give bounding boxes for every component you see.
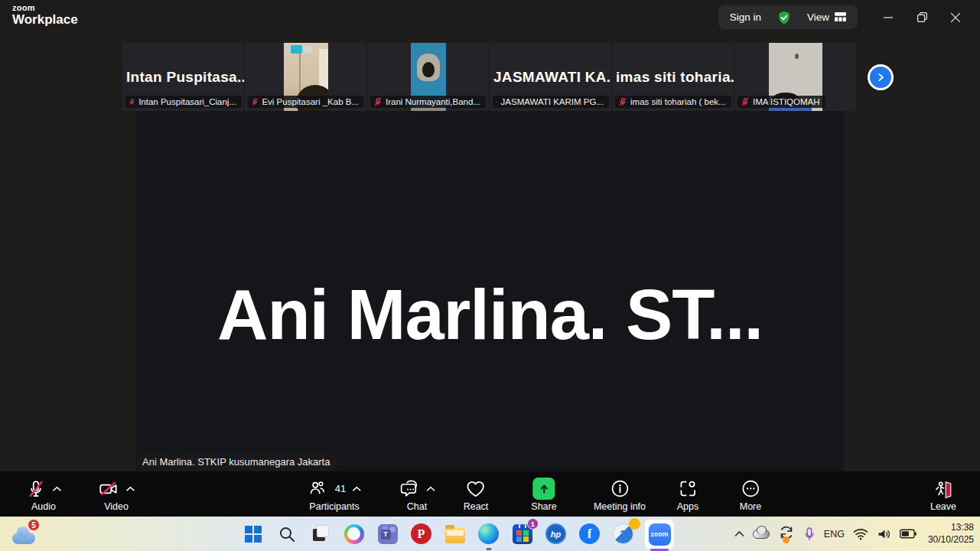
apps-label: Apps (677, 501, 699, 512)
leave-label: Leave (930, 501, 956, 512)
date: 30/10/2025 (928, 534, 974, 546)
chevron-up-icon[interactable] (53, 486, 61, 492)
windows-taskbar: 5 T P 1 hp f ? zoom (0, 517, 980, 551)
hp-icon[interactable]: hp (543, 521, 568, 546)
battery-icon[interactable] (900, 529, 917, 539)
people-icon (308, 479, 327, 498)
participant-name-pill: IMA ISTIQOMAH (737, 96, 825, 108)
participant-tile-jasmawati[interactable]: JASMAWATI KA... JASMAWATI KARIM PG... (490, 43, 612, 111)
wifi-icon[interactable] (853, 528, 868, 540)
close-button[interactable] (939, 0, 972, 34)
participant-filmstrip: Intan Puspitasa... Intan Puspitasari_Cia… (122, 43, 857, 111)
speaker-display-name: Ani Marlina. ST... (136, 274, 844, 354)
zoom-workplace-logo: zoom Workplace (12, 4, 78, 26)
sync-icon[interactable] (778, 525, 795, 543)
participant-display-name: JASMAWATI KA... (493, 69, 612, 86)
participant-tile-ima[interactable]: IMA ISTIQOMAH (734, 43, 857, 111)
share-screen-icon (532, 478, 555, 500)
audio-button[interactable]: Audio (26, 477, 61, 512)
chevron-up-icon[interactable] (353, 486, 361, 492)
meeting-toolbar: Audio Video 41 Participants Chat React (0, 471, 980, 517)
speaker-name-pill: Ani Marlina. STKIP kusumanegara Jakarta (137, 454, 337, 471)
participant-name-pill: Evi Puspitasari _Kab B... (248, 96, 364, 108)
mic-off-icon (373, 97, 383, 106)
mic-off-icon (129, 97, 135, 106)
start-button[interactable] (240, 521, 265, 546)
audio-label: Audio (31, 501, 56, 512)
video-button[interactable]: Video (98, 477, 135, 512)
notification-badge: 5 (28, 519, 40, 531)
language-indicator[interactable]: ENG (824, 529, 845, 540)
minimize-button[interactable] (871, 0, 905, 34)
participant-name-label: Intan Puspitasari_Cianj... (138, 97, 236, 106)
more-label: More (740, 501, 761, 512)
chat-label: Chat (407, 501, 427, 512)
pinterest-icon[interactable]: P (409, 521, 434, 546)
chevron-right-icon (875, 72, 886, 83)
participant-tile-irani[interactable]: Irani Nurmayanti,Band... (367, 43, 490, 111)
teams-icon[interactable]: T (375, 521, 400, 546)
info-icon (610, 479, 629, 498)
participants-button[interactable]: 41 Participants (308, 477, 361, 512)
meeting-info-label: Meeting info (594, 501, 646, 512)
clock[interactable]: 13:38 30/10/2025 (928, 522, 974, 546)
zoom-app-icon[interactable]: zoom (644, 521, 675, 546)
leave-door-icon (933, 479, 953, 499)
apps-button[interactable]: Apps (677, 477, 699, 512)
participant-name-pill: Intan Puspitasari_Cianj... (125, 96, 242, 108)
ellipsis-icon (741, 479, 760, 498)
participant-tile-imas[interactable]: imas siti toharia... imas siti tohariah … (612, 43, 734, 111)
mic-off-icon (741, 97, 750, 106)
filmstrip-next-button[interactable] (868, 64, 894, 90)
logo-workplace-text: Workplace (12, 13, 78, 27)
participant-name-label: Evi Puspitasari _Kab B... (262, 97, 359, 106)
onedrive-icon[interactable] (753, 530, 770, 539)
participant-name-label: IMA ISTIQOMAH (753, 97, 820, 106)
speaker-icon[interactable] (877, 528, 891, 540)
widgets-weather-icon[interactable]: 5 (11, 522, 40, 546)
share-button[interactable]: Share (531, 477, 556, 512)
participant-name-pill: Irani Nurmayanti,Band... (370, 96, 486, 108)
view-button[interactable]: View (807, 11, 846, 23)
participant-name-pill: JASMAWATI KARIM PG... (493, 96, 609, 108)
participant-display-name: imas siti toharia... (616, 69, 734, 86)
meeting-info-button[interactable]: Meeting info (594, 477, 646, 512)
react-label: React (464, 501, 489, 512)
mic-in-use-icon[interactable] (803, 527, 816, 542)
mic-off-icon (26, 479, 46, 499)
copilot-icon[interactable] (341, 521, 366, 546)
store-badge: 1 (527, 518, 539, 530)
participant-tile-evi[interactable]: Evi Puspitasari _Kab B... (245, 43, 367, 111)
react-button[interactable]: React (464, 477, 489, 512)
more-button[interactable]: More (740, 477, 761, 512)
microsoft-store-icon[interactable]: 1 (510, 521, 535, 546)
view-label: View (807, 11, 829, 23)
active-speaker-tile: Ani Marlina. ST... Ani Marlina. STKIP ku… (136, 111, 844, 471)
apps-icon (679, 479, 698, 498)
restore-button[interactable] (905, 0, 939, 34)
help-icon[interactable]: ? (610, 521, 636, 546)
search-icon[interactable] (274, 521, 299, 546)
edge-browser-icon[interactable] (476, 521, 501, 546)
task-view-icon[interactable] (308, 521, 333, 546)
chat-button[interactable]: Chat (399, 477, 435, 512)
security-shield-icon[interactable] (777, 10, 792, 25)
facebook-icon[interactable]: f (577, 521, 602, 546)
time: 13:38 (928, 522, 974, 534)
tray-expand-icon[interactable] (734, 530, 744, 537)
participants-label: Participants (309, 501, 359, 512)
mic-off-icon (618, 97, 627, 106)
logo-zoom-text: zoom (12, 4, 78, 13)
mic-off-icon (496, 97, 498, 106)
chevron-up-icon[interactable] (126, 486, 135, 492)
view-layout-icon (835, 12, 846, 22)
leave-button[interactable]: Leave (930, 477, 956, 512)
chevron-up-icon[interactable] (427, 486, 435, 492)
mic-off-icon (251, 97, 259, 106)
participant-tile-intan[interactable]: Intan Puspitasa... Intan Puspitasari_Cia… (122, 43, 245, 111)
sign-in-button[interactable]: Sign in (730, 11, 761, 23)
participants-count: 41 (335, 483, 346, 494)
window-titlebar: zoom Workplace Sign in View (0, 0, 980, 34)
file-explorer-icon[interactable] (442, 521, 467, 546)
heart-icon (465, 479, 487, 499)
